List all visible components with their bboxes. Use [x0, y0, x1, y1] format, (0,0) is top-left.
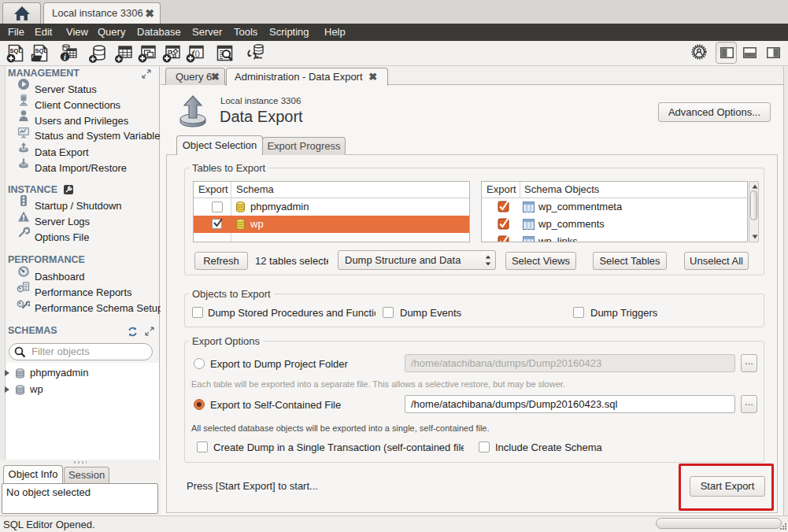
svg-text:SQL: SQL	[35, 47, 48, 54]
svg-text:SQL: SQL	[10, 47, 23, 54]
svg-text:i: i	[64, 53, 66, 61]
svg-text:(): ()	[195, 49, 200, 57]
